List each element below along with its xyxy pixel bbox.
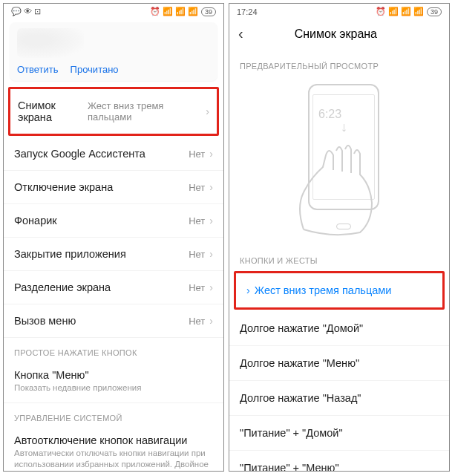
- notification-read-button[interactable]: Прочитано: [71, 64, 119, 75]
- section-header-system: УПРАВЛЕНИЕ СИСТЕМОЙ: [4, 403, 223, 427]
- chevron-right-icon: ›: [209, 148, 213, 160]
- row-screenshot[interactable]: Снимок экрана Жест вниз тремя пальцами›: [10, 89, 217, 134]
- notification-card[interactable]: Ответить Прочитано: [10, 22, 217, 81]
- row-label: Снимок экрана: [18, 100, 88, 123]
- notification-reply-button[interactable]: Ответить: [17, 64, 59, 75]
- phone-left-screen: 💬 👁 ⊡ ⏰ 📶 📶 📶 39 Ответить Прочитано Сним…: [3, 3, 224, 472]
- row-value: Нет: [189, 249, 205, 260]
- phone-right-screen: 17:24 ⏰ 📶 📶 📶 39 ‹ Снимок экрана ПРЕДВАР…: [229, 3, 450, 472]
- status-icons-left: 💬 👁 ⊡: [11, 7, 41, 16]
- chevron-right-icon: ›: [206, 105, 209, 117]
- status-time: 17:24: [237, 7, 258, 16]
- notification-blurred-content: [17, 28, 84, 58]
- highlight-screenshot-row: Снимок экрана Жест вниз тремя пальцами›: [8, 87, 219, 136]
- chevron-right-icon: ›: [246, 284, 250, 296]
- row-label: Фонарик: [14, 215, 57, 226]
- row-label: Закрытие приложения: [14, 248, 126, 260]
- gesture-option[interactable]: Долгое нажатие "Домой": [229, 311, 449, 346]
- row-value: Нет: [189, 316, 205, 327]
- chevron-right-icon: ›: [209, 181, 213, 193]
- sketch-phone-time: 6:23: [318, 108, 341, 121]
- section-header-simple-press: ПРОСТОЕ НАЖАТИЕ КНОПОК: [4, 338, 223, 362]
- settings-row[interactable]: Запуск Google АссистентаНет›: [4, 137, 223, 171]
- gesture-label: Жест вниз тремя пальцами: [255, 284, 392, 296]
- gesture-option-three-finger-swipe[interactable]: › Жест вниз тремя пальцами: [236, 273, 442, 307]
- sketch-hand: [289, 140, 400, 237]
- row-value: Нет: [189, 182, 205, 193]
- settings-row[interactable]: Вызов менюНет›: [4, 304, 223, 338]
- row-label: Автоотключение кнопок навигации: [14, 434, 213, 446]
- section-header-preview: ПРЕДВАРИТЕЛЬНЫЙ ПРОСМОТР: [229, 51, 449, 75]
- row-value: Жест вниз тремя пальцами: [88, 100, 201, 123]
- chevron-right-icon: ›: [209, 315, 213, 327]
- row-sublabel: Автоматически отключать кнопки навигации…: [14, 448, 213, 472]
- settings-row[interactable]: ФонарикНет›: [4, 204, 223, 238]
- row-value: Нет: [189, 282, 205, 293]
- row-label: Отключение экрана: [14, 181, 113, 193]
- row-sublabel: Показать недавние приложения: [14, 382, 213, 394]
- chevron-right-icon: ›: [209, 248, 213, 260]
- row-label: Вызов меню: [14, 315, 76, 327]
- gesture-option[interactable]: Долгое нажатие "Назад": [229, 381, 449, 416]
- row-label: Кнопка "Меню": [14, 369, 213, 381]
- row-menu-button[interactable]: Кнопка "Меню" Показать недавние приложен…: [4, 362, 223, 403]
- status-bar: 💬 👁 ⊡ ⏰ 📶 📶 📶 39: [4, 4, 223, 18]
- row-label: Запуск Google Ассистента: [14, 148, 145, 160]
- status-icons-right: ⏰ 📶 📶 📶: [376, 7, 424, 16]
- row-value: Нет: [189, 149, 205, 160]
- chevron-right-icon: ›: [209, 281, 213, 293]
- row-nav-autooff[interactable]: Автоотключение кнопок навигации Автомати…: [4, 427, 223, 472]
- row-label: Разделение экрана: [14, 281, 111, 293]
- status-icons-right: ⏰ 📶 📶 📶: [150, 7, 198, 16]
- gesture-option[interactable]: "Питание" + "Меню": [229, 451, 449, 472]
- battery-level: 39: [201, 7, 216, 16]
- gesture-option[interactable]: "Питание" + "Домой": [229, 416, 449, 451]
- gesture-option[interactable]: Долгое нажатие "Меню": [229, 346, 449, 381]
- settings-row[interactable]: Закрытие приложенияНет›: [4, 238, 223, 271]
- back-button[interactable]: ‹: [238, 25, 243, 42]
- chevron-right-icon: ›: [209, 215, 213, 226]
- battery-level: 39: [427, 7, 442, 16]
- status-bar: 17:24 ⏰ 📶 📶 📶 39: [229, 4, 449, 18]
- swipe-down-icon: ↓: [341, 120, 347, 135]
- page-title: Снимок экрана: [261, 27, 410, 41]
- settings-row[interactable]: Разделение экранаНет›: [4, 271, 223, 304]
- settings-row[interactable]: Отключение экранаНет›: [4, 171, 223, 204]
- section-header-buttons-gestures: КНОПКИ И ЖЕСТЫ: [229, 246, 449, 270]
- gesture-preview: 6:23 ↓: [229, 75, 449, 246]
- row-value: Нет: [189, 215, 205, 226]
- title-bar: ‹ Снимок экрана: [229, 18, 449, 51]
- highlight-gesture-option: › Жест вниз тремя пальцами: [234, 271, 445, 310]
